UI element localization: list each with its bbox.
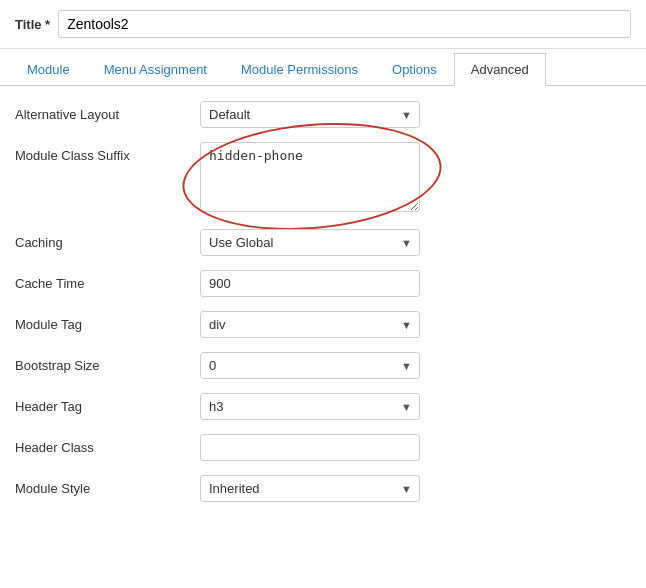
form-body: Alternative Layout Default ▼ Module Clas… <box>0 86 646 531</box>
alternative-layout-label: Alternative Layout <box>15 101 200 122</box>
module-tag-control: div ▼ <box>200 311 631 338</box>
title-input[interactable] <box>58 10 631 38</box>
tab-options[interactable]: Options <box>375 53 454 86</box>
tab-module[interactable]: Module <box>10 53 87 86</box>
module-class-suffix-control: hidden-phone <box>200 142 631 215</box>
alternative-layout-row: Alternative Layout Default ▼ <box>15 101 631 128</box>
bootstrap-size-select[interactable]: 0 <box>200 352 420 379</box>
module-style-row: Module Style Inherited ▼ <box>15 475 631 502</box>
alternative-layout-select[interactable]: Default <box>200 101 420 128</box>
header-class-input[interactable] <box>200 434 420 461</box>
caching-select-wrapper: Use Global ▼ <box>200 229 420 256</box>
tab-advanced[interactable]: Advanced <box>454 53 546 86</box>
caching-control: Use Global ▼ <box>200 229 631 256</box>
tab-module-permissions[interactable]: Module Permissions <box>224 53 375 86</box>
header-class-control <box>200 434 631 461</box>
caching-select[interactable]: Use Global <box>200 229 420 256</box>
module-tag-row: Module Tag div ▼ <box>15 311 631 338</box>
bootstrap-size-row: Bootstrap Size 0 ▼ <box>15 352 631 379</box>
module-class-suffix-textarea[interactable]: hidden-phone <box>200 142 420 212</box>
title-label: Title * <box>15 17 50 32</box>
header-tag-row: Header Tag h3 ▼ <box>15 393 631 420</box>
title-row: Title * <box>0 0 646 49</box>
title-text: Title <box>15 17 42 32</box>
module-style-control: Inherited ▼ <box>200 475 631 502</box>
tab-menu-assignment[interactable]: Menu Assignment <box>87 53 224 86</box>
bootstrap-size-select-wrapper: 0 ▼ <box>200 352 420 379</box>
header-class-label: Header Class <box>15 434 200 455</box>
cache-time-control <box>200 270 631 297</box>
module-tag-select-wrapper: div ▼ <box>200 311 420 338</box>
module-style-select[interactable]: Inherited <box>200 475 420 502</box>
caching-label: Caching <box>15 229 200 250</box>
module-class-suffix-label: Module Class Suffix <box>15 142 200 163</box>
header-tag-select[interactable]: h3 <box>200 393 420 420</box>
module-class-suffix-row: Module Class Suffix hidden-phone <box>15 142 631 215</box>
module-tag-label: Module Tag <box>15 311 200 332</box>
cache-time-input[interactable] <box>200 270 420 297</box>
header-class-row: Header Class <box>15 434 631 461</box>
cache-time-label: Cache Time <box>15 270 200 291</box>
caching-row: Caching Use Global ▼ <box>15 229 631 256</box>
alternative-layout-control: Default ▼ <box>200 101 631 128</box>
bootstrap-size-label: Bootstrap Size <box>15 352 200 373</box>
tabs-bar: Module Menu Assignment Module Permission… <box>0 53 646 86</box>
cache-time-row: Cache Time <box>15 270 631 297</box>
header-tag-label: Header Tag <box>15 393 200 414</box>
header-tag-control: h3 ▼ <box>200 393 631 420</box>
header-tag-select-wrapper: h3 ▼ <box>200 393 420 420</box>
required-marker: * <box>42 17 51 32</box>
alternative-layout-select-wrapper: Default ▼ <box>200 101 420 128</box>
module-tag-select[interactable]: div <box>200 311 420 338</box>
module-style-label: Module Style <box>15 475 200 496</box>
bootstrap-size-control: 0 ▼ <box>200 352 631 379</box>
module-style-select-wrapper: Inherited ▼ <box>200 475 420 502</box>
